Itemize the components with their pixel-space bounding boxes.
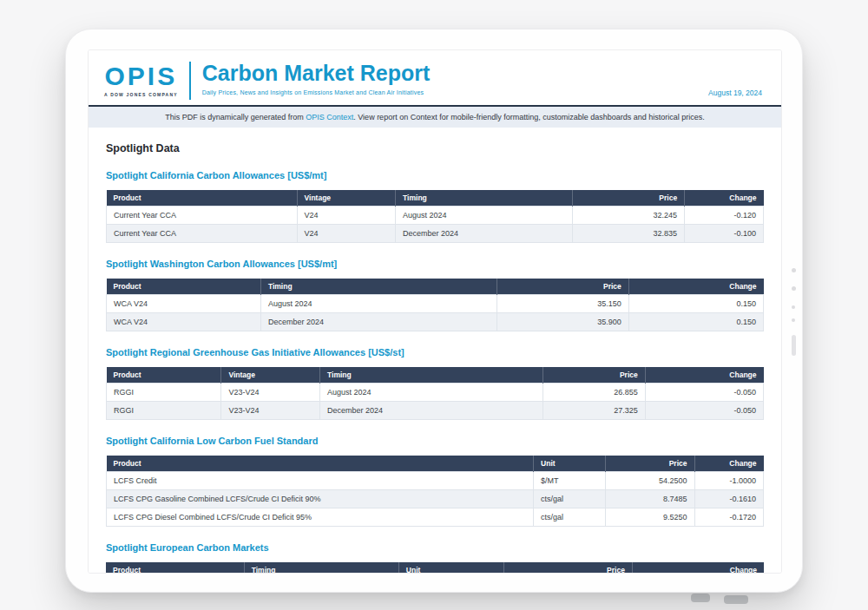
table-cell: LCFS CPG Gasoline Combined LCFS/Crude CI…: [107, 490, 534, 508]
table-header-row: ProductVintageTimingPriceChange: [107, 367, 764, 384]
column-header: Unit: [534, 456, 606, 472]
table-cell: December 2024: [396, 225, 573, 243]
column-header: Timing: [244, 562, 398, 573]
banner-text-post: . View report on Context for mobile-frie…: [353, 113, 705, 121]
table-row: LCFS CPG Diesel Combined LCFS/Crude CI D…: [107, 508, 764, 527]
table-cell: Current Year CCA: [107, 207, 298, 225]
column-header: Product: [107, 456, 534, 472]
table-cell: 32.245: [573, 207, 685, 225]
background-accessory-bar: [691, 594, 710, 602]
data-table: ProductTimingPriceChangeWCA V24August 20…: [106, 279, 764, 331]
table-cell: V23-V24: [221, 402, 320, 420]
table-cell: WCA V24: [107, 313, 261, 331]
table-header-row: ProductTimingPriceChange: [107, 279, 764, 295]
table-row: WCA V24August 202435.1500.150: [107, 295, 764, 313]
section-heading: Spotlight California Carbon Allowances […: [106, 170, 764, 181]
side-button-dot: [792, 305, 795, 309]
column-header: Vintage: [297, 190, 396, 207]
table-cell: -0.1610: [694, 490, 764, 508]
banner-text-pre: This PDF is dynamically generated from: [165, 113, 304, 121]
table-header-row: ProductTimingUnitPriceChange: [106, 562, 764, 573]
report-date: August 19, 2024: [708, 89, 762, 97]
logo-divider: [189, 62, 191, 100]
table-header-row: ProductVintageTimingPriceChange: [107, 190, 764, 207]
section-heading: Spotlight California Low Carbon Fuel Sta…: [106, 436, 764, 447]
table-cell: 26.855: [543, 384, 645, 402]
column-header: Price: [573, 190, 685, 207]
side-button-dot: [792, 286, 796, 291]
column-header: Timing: [396, 190, 573, 207]
column-header: Product: [107, 367, 221, 384]
table-row: LCFS Credit$/MT54.2500-1.0000: [107, 472, 764, 490]
table-cell: August 2024: [396, 207, 573, 225]
column-header: Price: [543, 367, 645, 384]
title-block: Carbon Market Report Daily Prices, News …: [202, 61, 431, 95]
table-cell: cts/gal: [534, 490, 606, 508]
side-button-dot: [792, 268, 796, 272]
table-cell: 35.900: [497, 313, 628, 331]
page-background: OPIS A DOW JONES COMPANY Carbon Market R…: [0, 0, 868, 610]
column-header: Price: [606, 456, 694, 472]
table-cell: December 2024: [320, 402, 543, 420]
side-button-pill: [792, 335, 796, 356]
table-header-row: ProductUnitPriceChange: [107, 456, 764, 472]
table-cell: 32.835: [573, 225, 685, 243]
data-table: ProductUnitPriceChangeLCFS Credit$/MT54.…: [106, 456, 764, 527]
side-button-dot: [792, 318, 795, 322]
opis-logo-subtext: A DOW JONES COMPANY: [104, 92, 178, 97]
table-cell: 0.150: [628, 295, 763, 313]
table-cell: -0.120: [685, 207, 764, 225]
table-cell: August 2024: [320, 384, 543, 402]
table-cell: -0.100: [685, 225, 764, 243]
column-header: Vintage: [221, 367, 320, 384]
table-row: RGGIV23-V24December 202427.325-0.050: [107, 402, 764, 420]
report-section: Spotlight European Carbon MarketsProduct…: [106, 542, 764, 573]
table-cell: cts/gal: [534, 508, 606, 527]
report-body: Spotlight Data Spotlight California Carb…: [89, 142, 781, 573]
table-row: Current Year CCAV24August 202432.245-0.1…: [107, 207, 764, 225]
tablet-screen: OPIS A DOW JONES COMPANY Carbon Market R…: [88, 49, 782, 574]
column-header: Price: [504, 562, 633, 573]
report-section: Spotlight Regional Greenhouse Gas Initia…: [106, 347, 764, 420]
opis-logo-text: OPIS: [105, 62, 178, 90]
column-header: Change: [632, 562, 764, 573]
table-cell: V24: [297, 225, 396, 243]
pdf-report: OPIS A DOW JONES COMPANY Carbon Market R…: [89, 50, 781, 573]
section-heading: Spotlight Washington Carbon Allowances […: [106, 259, 764, 270]
opis-context-link[interactable]: OPIS Context: [306, 113, 353, 121]
sections-container: Spotlight California Carbon Allowances […: [106, 170, 764, 573]
table-cell: December 2024: [260, 313, 497, 331]
column-header: Timing: [260, 279, 497, 295]
table-row: RGGIV23-V24August 202426.855-0.050: [107, 384, 764, 402]
section-heading: Spotlight Regional Greenhouse Gas Initia…: [106, 347, 764, 358]
table-cell: -0.050: [645, 384, 763, 402]
table-cell: V24: [297, 207, 396, 225]
table-cell: WCA V24: [107, 295, 261, 313]
column-header: Product: [106, 562, 244, 573]
column-header: Unit: [398, 562, 503, 573]
data-table: ProductVintageTimingPriceChangeCurrent Y…: [106, 190, 764, 243]
table-row: Current Year CCAV24December 202432.835-0…: [107, 225, 764, 243]
column-header: Change: [645, 367, 763, 384]
column-header: Change: [628, 279, 763, 295]
table-cell: -1.0000: [694, 472, 764, 490]
report-section: Spotlight California Low Carbon Fuel Sta…: [106, 436, 764, 527]
report-subtitle: Daily Prices, News and Insights on Emiss…: [202, 89, 431, 95]
table-row: LCFS CPG Gasoline Combined LCFS/Crude CI…: [107, 490, 764, 508]
report-header: OPIS A DOW JONES COMPANY Carbon Market R…: [89, 50, 781, 105]
data-table: ProductTimingUnitPriceChange: [106, 562, 764, 573]
column-header: Product: [107, 279, 261, 295]
report-section: Spotlight Washington Carbon Allowances […: [106, 259, 764, 331]
table-cell: 9.5250: [606, 508, 694, 527]
table-cell: 54.2500: [606, 472, 694, 490]
table-cell: August 2024: [260, 295, 497, 313]
column-header: Change: [694, 456, 764, 472]
data-table: ProductVintageTimingPriceChangeRGGIV23-V…: [106, 367, 764, 420]
table-cell: 35.150: [497, 295, 628, 313]
column-header: Change: [685, 190, 764, 207]
table-cell: -0.050: [645, 402, 763, 420]
table-cell: 0.150: [628, 313, 763, 331]
table-cell: RGGI: [107, 402, 221, 420]
tablet-device-frame: OPIS A DOW JONES COMPANY Carbon Market R…: [65, 29, 803, 593]
table-cell: V23-V24: [221, 384, 320, 402]
